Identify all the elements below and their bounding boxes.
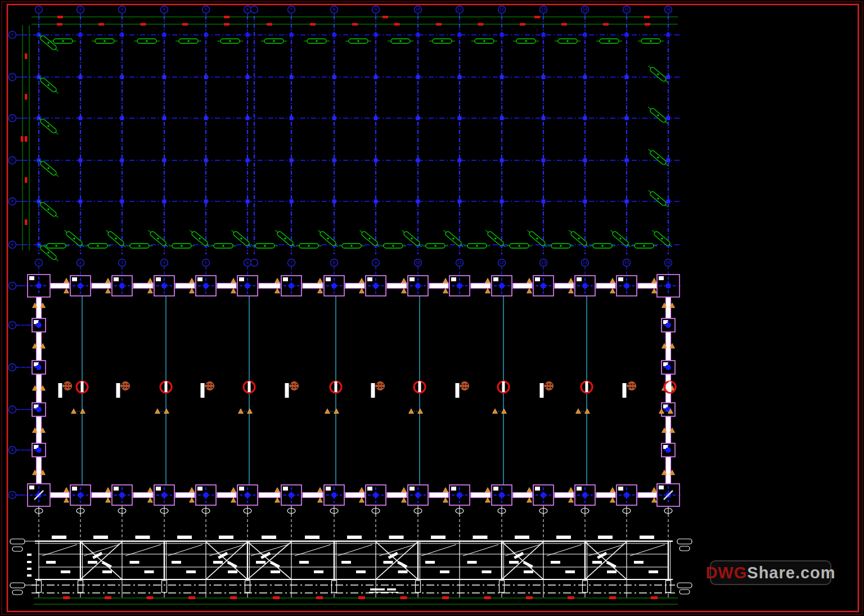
brace-symbol [555,39,580,43]
brace-symbol [400,228,423,249]
brace-symbol [422,244,448,248]
wall-section [285,383,289,398]
svg-text:11: 11 [457,260,462,265]
brace-symbol [85,244,111,248]
level-pill [10,539,25,544]
brace-symbol [651,228,673,249]
brace-symbol [631,244,657,248]
level-pill [12,547,22,551]
brace-symbol [169,244,195,248]
svg-text:C: C [11,407,14,412]
brace-symbol [464,244,490,248]
brace-symbol [217,39,243,43]
brace-symbol [252,244,278,248]
svg-text:4: 4 [163,260,165,265]
svg-text:2: 2 [79,260,82,265]
svg-text:16: 16 [666,260,670,265]
level-pill [10,583,25,588]
brace-symbol [37,199,60,219]
brace-symbol [210,244,236,248]
svg-text:4: 4 [163,7,165,12]
brace-symbol [513,39,539,43]
svg-text:5: 5 [205,260,207,265]
brace-symbol [345,39,371,43]
svg-text:8: 8 [333,7,335,12]
svg-text:B: B [11,448,14,452]
svg-text:1: 1 [38,7,40,12]
svg-text:7: 7 [290,260,292,265]
wall-section [623,383,627,398]
detail-marker [545,382,554,390]
brace-symbol [134,39,160,43]
svg-text:6: 6 [246,7,249,12]
brace-symbol [176,39,201,43]
brace-symbol [230,228,253,249]
svg-text:D: D [11,365,14,370]
svg-text:E: E [11,75,14,79]
brace-symbol [647,147,669,168]
brace-symbol [596,39,622,43]
watermark-badge: DWGShare.com [710,560,831,585]
brace-symbol [261,39,287,43]
brace-symbol [50,39,76,43]
detail-marker [64,382,72,390]
truss-elevation [10,514,692,597]
svg-text:7: 7 [290,7,292,12]
svg-text:F: F [11,284,14,288]
svg-text:14: 14 [583,7,587,12]
foundation-symbols [58,381,676,413]
brace-symbol [63,228,86,249]
brace-symbol [442,228,465,249]
svg-text:B: B [11,199,14,204]
brace-symbol [358,228,381,249]
detail-marker [461,382,469,390]
brace-symbol [274,228,296,249]
svg-text:10: 10 [416,7,420,12]
level-pill [677,539,692,544]
svg-text:12: 12 [500,7,504,12]
level-pill [680,546,690,551]
roof-plan-grid [22,16,681,254]
sheet-frame [2,2,862,614]
wall-section [540,383,544,398]
brace-symbol [484,228,507,249]
drawing-viewport: 1122334455667788991010111112121313141415… [0,0,864,616]
brace-symbol [105,228,127,249]
brace-symbol [429,39,455,43]
brace-symbol [526,228,548,249]
svg-text:13: 13 [541,7,546,12]
svg-text:15: 15 [624,7,629,12]
brace-symbol [317,228,339,249]
brace-symbol [339,244,364,248]
detail-marker [628,382,636,390]
svg-text:15: 15 [624,260,629,265]
roof-bracing [37,33,673,263]
brace-symbol [127,244,152,248]
svg-text:14: 14 [583,260,587,265]
watermark-share: Share.com [747,564,835,582]
brace-symbol [609,228,632,249]
svg-text:9: 9 [375,260,377,265]
wall-section [58,383,62,398]
svg-text:10: 10 [416,260,420,265]
svg-text:11: 11 [457,7,462,12]
brace-symbol [647,105,669,125]
level-pill [12,590,22,595]
brace-symbol [37,116,60,136]
detail-marker [376,382,385,390]
brace-symbol [147,228,169,249]
level-pill [680,590,690,594]
svg-text:3: 3 [121,7,123,12]
brace-symbol [647,64,669,84]
grid-callouts: 1122334455667788991010111112121313141415… [9,6,673,515]
svg-text:3: 3 [121,260,123,265]
brace-symbol [304,39,330,43]
brace-symbol [506,244,532,248]
svg-text:F: F [11,33,14,37]
svg-text:C: C [11,158,14,163]
svg-text:E: E [11,323,14,327]
svg-text:16: 16 [666,7,670,12]
brace-symbol [37,75,60,95]
brace-symbol [471,39,497,43]
wall-section [456,383,460,398]
